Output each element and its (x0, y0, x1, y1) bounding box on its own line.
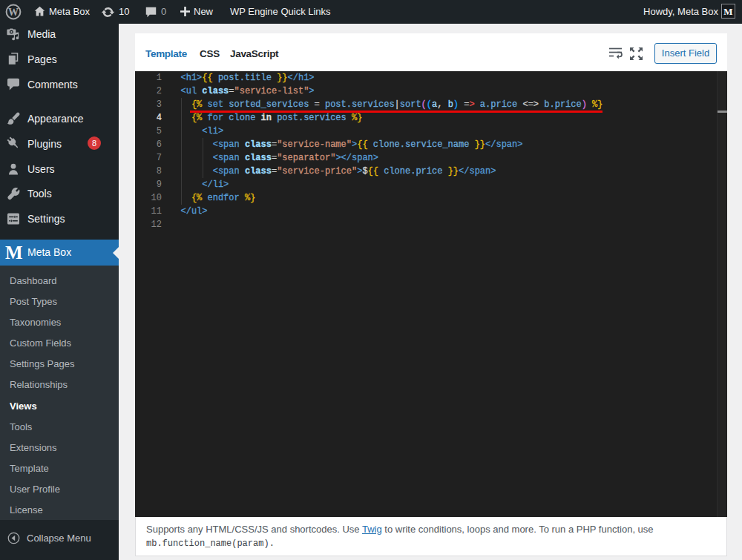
svg-text:W: W (8, 7, 19, 18)
